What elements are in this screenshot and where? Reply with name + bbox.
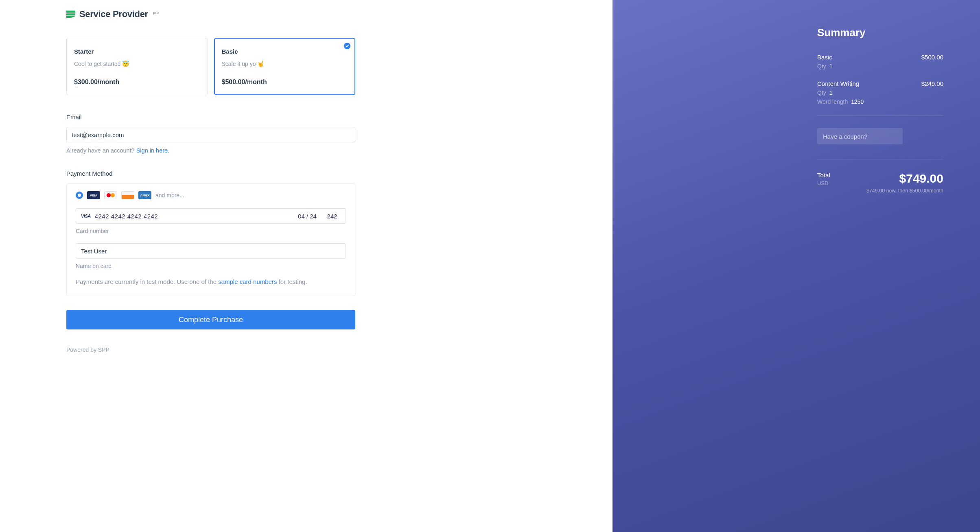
summary-item-price: $500.00: [921, 54, 943, 61]
plan-price: $500.00/month: [222, 78, 348, 86]
powered-by: Powered by SPP: [66, 347, 355, 353]
check-circle-icon: [344, 43, 350, 49]
summary-item-name: Content Writing: [817, 80, 859, 87]
svg-marker-2: [66, 16, 75, 18]
summary-item-name: Basic: [817, 54, 832, 61]
visa-icon: VISA: [87, 191, 100, 199]
test-mode-note: Payments are currently in test mode. Use…: [76, 278, 346, 285]
card-number-input[interactable]: [95, 213, 291, 220]
plan-option-starter[interactable]: Starter Cool to get started 😇 $300.00/mo…: [66, 38, 208, 95]
email-field[interactable]: [66, 127, 355, 142]
brand-pro-badge: pro: [153, 11, 159, 15]
svg-rect-1: [66, 13, 75, 15]
total-currency: USD: [817, 180, 830, 186]
card-number-label: Card number: [76, 228, 346, 234]
amex-icon: AMEX: [138, 191, 151, 199]
divider: [817, 116, 943, 116]
name-on-card-label: Name on card: [76, 263, 346, 269]
svg-rect-0: [66, 11, 75, 13]
sign-in-link[interactable]: Sign in here.: [136, 147, 169, 154]
email-label: Email: [66, 113, 355, 120]
summary-item: Content Writing $249.00 Qty1 Word length…: [817, 80, 943, 105]
coupon-input[interactable]: [817, 128, 903, 144]
plan-selector: Starter Cool to get started 😇 $300.00/mo…: [66, 38, 355, 95]
visa-icon: VISA: [81, 214, 91, 218]
card-expiry-input[interactable]: [295, 213, 319, 220]
card-cvc-input[interactable]: [324, 213, 341, 220]
total-label: Total: [817, 172, 830, 179]
plan-option-basic[interactable]: Basic Scale it up yo 🤘 $500.00/month: [214, 38, 356, 95]
payment-method-box: VISA AMEX and more... VISA Card number: [66, 183, 355, 296]
signin-helper: Already have an account? Sign in here.: [66, 147, 355, 154]
card-input-row: VISA: [76, 208, 346, 224]
plan-price: $300.00/month: [74, 78, 200, 86]
plan-description: Scale it up yo 🤘: [222, 61, 348, 67]
more-brands-label: and more...: [155, 192, 184, 198]
plan-description: Cool to get started 😇: [74, 61, 200, 67]
complete-purchase-button[interactable]: Complete Purchase: [66, 310, 355, 329]
brand-logo: Service Provider pro: [66, 9, 355, 20]
brand-logo-icon: [66, 11, 75, 18]
discover-icon: [121, 191, 134, 199]
summary-item: Basic $500.00 Qty1: [817, 54, 943, 70]
sample-card-numbers-link[interactable]: sample card numbers: [218, 278, 277, 285]
summary-item-price: $249.00: [921, 80, 943, 87]
payment-radio-card[interactable]: [76, 192, 83, 199]
brand-name: Service Provider: [79, 9, 148, 20]
plan-name: Basic: [222, 48, 348, 55]
total-recurring-note: $749.00 now, then $500.00/month: [866, 188, 943, 194]
payment-method-label: Payment Method: [66, 170, 355, 177]
mastercard-icon: [104, 191, 117, 199]
total-amount: $749.00: [866, 172, 943, 185]
divider: [817, 159, 943, 159]
summary-total: Total USD $749.00 $749.00 now, then $500…: [817, 172, 943, 194]
summary-title: Summary: [817, 26, 943, 39]
plan-name: Starter: [74, 48, 200, 55]
name-on-card-input[interactable]: [76, 243, 346, 259]
